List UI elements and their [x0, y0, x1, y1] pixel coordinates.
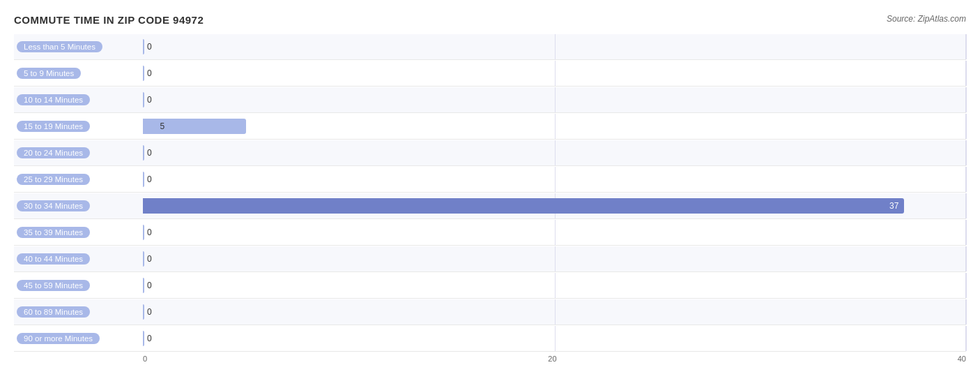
bar-label-pill: 60 to 89 Minutes: [17, 306, 90, 318]
bar-value: 37: [889, 201, 898, 211]
bar-fill-zero: [143, 66, 144, 81]
bar-fill-zero: [143, 92, 144, 107]
bar-value: 0: [147, 95, 152, 105]
bar-track: 5: [143, 114, 966, 139]
bar-track: 0: [143, 167, 966, 192]
bar-fill-zero: [143, 278, 144, 293]
bar-label: 20 to 24 Minutes: [14, 147, 143, 158]
bar-label-pill: 30 to 34 Minutes: [17, 200, 90, 211]
bar-fill-zero: [143, 251, 144, 267]
bar-value: 0: [147, 148, 152, 158]
bar-label-pill: 40 to 44 Minutes: [17, 253, 90, 265]
bar-row: 10 to 14 Minutes0: [14, 87, 966, 113]
bar-value: 0: [147, 254, 152, 264]
bar-track: 37: [143, 193, 966, 218]
bar-label: 45 to 59 Minutes: [14, 280, 143, 291]
bar-label-pill: 90 or more Minutes: [17, 333, 100, 344]
bar-track: 0: [143, 299, 966, 325]
chart-container: COMMUTE TIME IN ZIP CODE 94972 Source: Z…: [0, 7, 980, 365]
bar-label-pill: 5 to 9 Minutes: [17, 68, 81, 79]
bar-row: 35 to 39 Minutes0: [14, 220, 966, 246]
bar-row: 60 to 89 Minutes0: [14, 299, 966, 325]
bar-track: 0: [143, 220, 966, 245]
bar-label: 15 to 19 Minutes: [14, 121, 143, 132]
bar-row: 5 to 9 Minutes0: [14, 61, 966, 87]
bar-track: 0: [143, 34, 966, 59]
bar-value: 0: [147, 174, 152, 184]
bar-track: 0: [143, 87, 966, 112]
bar-label-pill: 15 to 19 Minutes: [17, 121, 90, 132]
bar-label-pill: 45 to 59 Minutes: [17, 280, 90, 291]
bar-fill-zero: [143, 331, 144, 346]
bar-fill-zero: [143, 145, 144, 161]
bar-label: 40 to 44 Minutes: [14, 253, 143, 265]
bar-row: 40 to 44 Minutes0: [14, 246, 966, 272]
x-axis-tick: 20: [548, 355, 556, 363]
bar-value: 0: [147, 68, 152, 78]
bar-row: 45 to 59 Minutes0: [14, 273, 966, 299]
bar-label: 25 to 29 Minutes: [14, 174, 143, 185]
bar-label: 30 to 34 Minutes: [14, 200, 143, 211]
x-axis-tick: 40: [958, 355, 966, 363]
bar-track: 0: [143, 246, 966, 271]
x-axis-labels: 02040: [143, 355, 966, 363]
bar-fill-zero: [143, 304, 144, 320]
bar-label: 35 to 39 Minutes: [14, 227, 143, 238]
bar-label: 60 to 89 Minutes: [14, 306, 143, 318]
bar-label-pill: 10 to 14 Minutes: [17, 94, 90, 105]
bar-label: Less than 5 Minutes: [14, 41, 143, 52]
bar-label-pill: 25 to 29 Minutes: [17, 174, 90, 185]
x-axis-tick: 0: [143, 355, 147, 363]
bar-label-pill: 35 to 39 Minutes: [17, 227, 90, 238]
bar-row: 30 to 34 Minutes37: [14, 193, 966, 219]
bar-label-pill: Less than 5 Minutes: [17, 41, 102, 52]
bar-track: 0: [143, 140, 966, 165]
bar-label: 10 to 14 Minutes: [14, 94, 143, 105]
chart-title: COMMUTE TIME IN ZIP CODE 94972: [14, 14, 204, 26]
bar-value: 0: [147, 307, 152, 317]
x-axis: 02040: [14, 355, 966, 363]
chart-source: Source: ZipAtlas.com: [887, 14, 966, 24]
bar-row: 20 to 24 Minutes0: [14, 140, 966, 166]
bar-value: 0: [147, 281, 152, 290]
bar-value: 0: [147, 334, 152, 343]
bar-label: 90 or more Minutes: [14, 333, 143, 344]
bar-row: 25 to 29 Minutes0: [14, 167, 966, 193]
chart-header: COMMUTE TIME IN ZIP CODE 94972 Source: Z…: [14, 14, 966, 26]
bar-track: 0: [143, 273, 966, 298]
bar-track: 0: [143, 61, 966, 86]
bar-fill-zero: [143, 225, 144, 240]
bar-track: 0: [143, 326, 966, 351]
bar-fill: 37: [143, 198, 904, 214]
bar-fill: 5: [143, 119, 246, 134]
bar-row: Less than 5 Minutes0: [14, 34, 966, 60]
bar-value: 0: [147, 228, 152, 237]
bar-label-pill: 20 to 24 Minutes: [17, 147, 90, 158]
bar-label: 5 to 9 Minutes: [14, 68, 143, 79]
chart-area: Less than 5 Minutes05 to 9 Minutes010 to…: [14, 34, 966, 352]
bar-row: 15 to 19 Minutes5: [14, 114, 966, 140]
bar-value: 0: [147, 42, 152, 52]
bar-fill-zero: [143, 172, 144, 187]
bar-value: 5: [160, 121, 164, 131]
bar-fill-zero: [143, 39, 144, 54]
bar-row: 90 or more Minutes0: [14, 326, 966, 352]
